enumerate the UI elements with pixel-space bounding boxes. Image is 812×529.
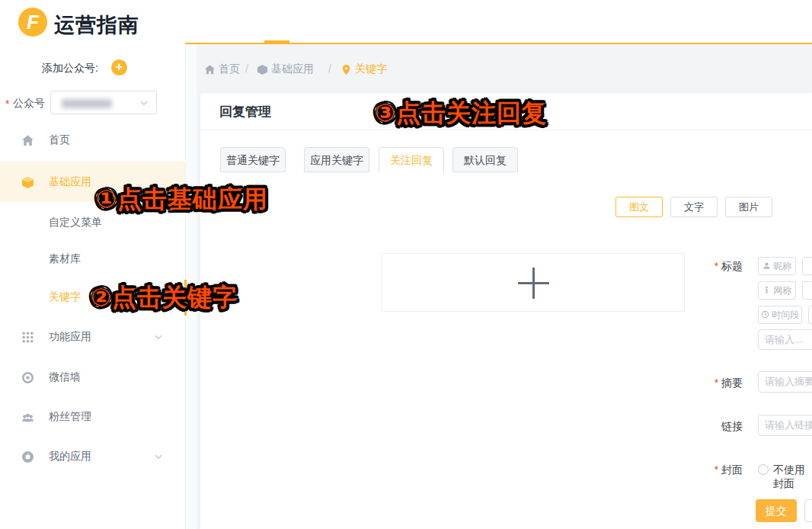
- cube-icon: [257, 64, 268, 75]
- label-text: 封面: [721, 463, 743, 476]
- home-icon: [21, 134, 34, 147]
- sidebar-item-material-library[interactable]: 素材库: [49, 252, 81, 266]
- target-icon: [21, 371, 34, 384]
- annotation-step-2: ②点击关键字: [91, 281, 238, 315]
- breadcrumb-basic-apps[interactable]: 基础应用: [271, 63, 314, 76]
- breadcrumb-keywords: 关键字: [355, 63, 387, 76]
- link-field-label: 链接: [688, 420, 743, 434]
- sidebar-item-label: 功能应用: [49, 330, 91, 344]
- type-button-text[interactable]: 文字: [670, 197, 718, 217]
- label-text: 标题: [721, 260, 743, 272]
- breadcrumb-separator: /: [328, 63, 331, 75]
- topbar: [197, 0, 812, 43]
- chevron-down-icon: [153, 451, 164, 462]
- app-window: F 运营指南 添加公众号: + * 公众号 首页 基础应用 自定义菜单 素材: [0, 0, 812, 529]
- submit-button[interactable]: 提交: [756, 499, 797, 522]
- tag-button-netname[interactable]: 网称: [758, 281, 796, 300]
- sidebar-item-keywords[interactable]: 关键字: [49, 290, 81, 304]
- type-button-image-text[interactable]: 图文: [615, 197, 663, 217]
- required-mark: *: [714, 377, 718, 389]
- tab-app-keywords[interactable]: 应用关键字: [304, 147, 369, 172]
- upload-area[interactable]: [381, 253, 685, 312]
- brand-logo-icon: F: [18, 8, 47, 37]
- breadcrumb-separator: /: [245, 63, 248, 75]
- chevron-down-icon: [153, 332, 164, 342]
- tag-button-label: 昵称: [773, 261, 791, 271]
- content-card: 回复管理 普通关键字 应用关键字 关注回复 默认回复 图文 文字 图片 * 标题…: [200, 93, 812, 529]
- summary-field-label: * 摘要: [688, 377, 743, 390]
- tag-button-label: 时间段: [772, 309, 799, 320]
- tag-button-partial-1[interactable]: [802, 257, 812, 275]
- tab-normal-keywords[interactable]: 普通关键字: [220, 147, 286, 172]
- pin-icon: [340, 64, 352, 75]
- page-title: 回复管理: [219, 103, 271, 120]
- sidebar-item-label: 基础应用: [49, 175, 91, 189]
- account-select-label: 公众号: [13, 97, 45, 111]
- brand-name: 运营指南: [54, 11, 139, 39]
- title-field-label: * 标题: [688, 260, 743, 274]
- secondary-button-partial[interactable]: [804, 499, 812, 522]
- cover-field-label: * 封面: [688, 463, 743, 477]
- no-cover-radio-label: 不使用封面: [773, 463, 812, 491]
- no-cover-radio[interactable]: [758, 464, 769, 475]
- tag-button-nickname[interactable]: 昵称: [758, 257, 796, 275]
- tag-button-partial-3[interactable]: [808, 306, 812, 324]
- sidebar-item-label: 首页: [49, 133, 70, 147]
- tab-follow-reply[interactable]: 关注回复: [379, 147, 444, 173]
- breadcrumb-home[interactable]: 首页: [219, 63, 240, 76]
- tag-button-partial-2[interactable]: [802, 281, 812, 300]
- apps-icon: [21, 450, 34, 463]
- required-mark: *: [714, 260, 718, 272]
- summary-input[interactable]: 请输入摘要...: [758, 371, 812, 393]
- required-mark: *: [714, 463, 718, 476]
- sidebar-item-label: 粉丝管理: [49, 410, 91, 424]
- account-select[interactable]: [50, 91, 157, 114]
- sidebar-item-custom-menu[interactable]: 自定义菜单: [49, 216, 102, 229]
- account-required-mark: *: [5, 98, 9, 110]
- grid-icon: [21, 331, 34, 344]
- sidebar: F 运营指南 添加公众号: + * 公众号 首页 基础应用 自定义菜单 素材: [0, 0, 185, 529]
- cube-icon: [21, 176, 34, 189]
- account-name-redacted: [62, 99, 112, 108]
- top-tab-active-underline: [264, 40, 289, 44]
- home-icon: [204, 64, 216, 75]
- person-icon: [762, 286, 771, 294]
- annotation-step-1: ①点击基础应用: [96, 183, 268, 216]
- clock-icon: [761, 310, 769, 319]
- users-icon: [21, 412, 34, 425]
- sidebar-item-label: 我的应用: [49, 450, 91, 463]
- type-button-image[interactable]: 图片: [725, 197, 772, 217]
- user-icon: [762, 261, 771, 270]
- annotation-step-3: ③点击关注回复: [375, 97, 547, 130]
- plus-icon: [532, 268, 535, 299]
- tab-default-reply[interactable]: 默认回复: [452, 147, 518, 172]
- label-text: 摘要: [721, 377, 743, 389]
- chevron-down-icon: [139, 98, 149, 108]
- link-input[interactable]: 请输入链接...: [758, 415, 812, 436]
- tag-button-label: 网称: [773, 285, 791, 296]
- title-input[interactable]: 请输入...: [758, 329, 812, 350]
- add-account-label: 添加公众号:: [42, 62, 98, 75]
- add-account-button[interactable]: +: [111, 59, 127, 75]
- sidebar-item-label: 微信墙: [49, 370, 81, 384]
- tag-button-time-period[interactable]: 时间段: [758, 306, 802, 324]
- label-text: 链接: [721, 420, 743, 432]
